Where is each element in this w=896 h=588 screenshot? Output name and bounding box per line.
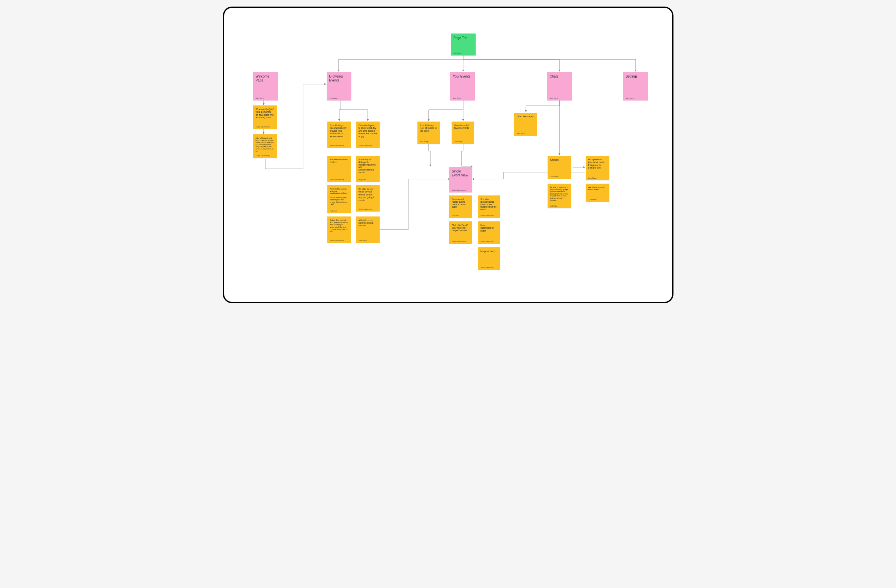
node-saved-events[interactable]: Saved events/ favorite events John Wang: [452, 122, 474, 144]
node-browsing-events[interactable]: Browsing Events John Wang: [327, 72, 351, 100]
node-title: Single Event View: [452, 170, 470, 178]
node-groups[interactable]: Groups John Wang: [548, 156, 571, 179]
node-text: "Personality Quiz" type element to let n…: [256, 108, 274, 119]
node-text: Direct Messages: [517, 115, 535, 118]
node-see-who-saved[interactable]: See what groups/people saved or are regi…: [478, 196, 500, 218]
node-recommend-related[interactable]: Recommend related events below a certain…: [449, 196, 472, 218]
node-text: See what groups/people saved or are regi…: [480, 198, 498, 211]
node-author: Holly Man: [359, 179, 377, 181]
node-author: Holly Man: [330, 210, 348, 212]
node-author: Sasha Stevanovich: [330, 145, 348, 146]
node-author: Sasha Stevanovich: [480, 241, 498, 242]
node-event-history[interactable]: Event History (List of events in the pas…: [418, 122, 440, 144]
node-text: Image of event: [480, 250, 498, 252]
node-author: John Wang: [329, 97, 349, 99]
node-rate-this-event[interactable]: "Rate this Event" tab / view other peopl…: [449, 222, 472, 244]
diagram-frame: Page Tab John Wang Welcome Page John Wan…: [223, 6, 674, 303]
node-your-events[interactable]: Your Events John Wang: [450, 72, 475, 100]
node-title: Browsing Events: [329, 74, 349, 82]
node-title: Chats: [550, 74, 569, 79]
node-author: Sasha Stevanovich: [330, 240, 348, 242]
node-recurring-vs-seasonal[interactable]: Some way to distinguish between recurrin…: [356, 156, 379, 182]
node-author: Sasha Stevanovich: [359, 208, 377, 210]
node-image-of-event[interactable]: Image of event Sasha Stevanovich: [478, 248, 500, 270]
node-author: Sasha Stevanovich: [256, 126, 274, 128]
node-author: John Wang: [454, 53, 473, 54]
node-text: Ability to filter events, and save combi…: [330, 188, 348, 205]
node-title: Your Events: [453, 74, 472, 79]
node-author: John Wang: [550, 176, 568, 178]
node-event-listings[interactable]: Event listings accompanied by images (li…: [328, 122, 351, 148]
node-browse-join-groups[interactable]: Be able to browse and join community gro…: [548, 184, 571, 208]
node-direct-messages[interactable]: Direct Messages John Wang: [514, 113, 537, 136]
node-text: Calendar layout to show what day and tim…: [359, 124, 377, 138]
node-settings[interactable]: Settings John Wang: [623, 72, 648, 100]
node-filter-events[interactable]: Ability to filter events, and save combi…: [328, 185, 351, 213]
node-author: John Wang: [454, 141, 471, 143]
node-text: Have description of event: [480, 224, 498, 232]
node-author: John Wang: [550, 97, 569, 99]
node-title: Settings: [626, 74, 645, 79]
node-author: John Wang: [420, 141, 437, 143]
node-text: Event listings accompanied by images (li…: [330, 124, 348, 138]
node-group-events[interactable]: Group events (see what event this group …: [586, 156, 610, 180]
node-browse-by-library[interactable]: Browse by library feature Sasha Stevanov…: [328, 156, 351, 182]
connector-layer: [224, 8, 672, 302]
node-text: After taking quiz and getting results, s…: [256, 137, 274, 152]
node-author: Sasha Stevanovich: [480, 267, 498, 268]
node-who-is-coming[interactable]: see who is coming to this event John Wan…: [586, 184, 610, 202]
node-text: see who is coming to this event: [588, 186, 607, 191]
node-personality-quiz[interactable]: "Personality Quiz" type element to let n…: [253, 105, 277, 129]
node-text: Both a 'For you' tab and an explore tab …: [330, 219, 348, 233]
node-author: Sasha Stevanovich: [452, 241, 469, 242]
node-text: Be able to browse and join community gro…: [550, 186, 568, 201]
node-for-you-explore[interactable]: Both a 'For you' tab and an explore tab …: [328, 216, 351, 243]
diagram-canvas[interactable]: Page Tab John Wang Welcome Page John Wan…: [224, 8, 672, 302]
node-author: Holly Man: [452, 215, 469, 216]
node-page-tab[interactable]: Page Tab John Wang: [451, 33, 475, 56]
node-title: Welcome Page: [256, 74, 275, 82]
node-author: Sasha Stevanovich: [480, 215, 498, 216]
node-text: Be able to see which of your friends on …: [359, 188, 377, 202]
node-text: Event History (List of events in the pas…: [420, 124, 437, 132]
node-text: Group events (see what event this group …: [588, 158, 607, 170]
node-author: John Wang: [588, 178, 607, 179]
node-single-event-view[interactable]: Single Event View Sasha Stevanovich: [449, 167, 472, 193]
node-author: Sasha Stevanovich: [256, 155, 274, 157]
node-text: "Rate this Event" tab / view other peopl…: [452, 224, 469, 232]
node-text: A liked icon can save the events you lik…: [359, 219, 377, 226]
node-author: John Wang: [453, 97, 472, 99]
node-welcome-page[interactable]: Welcome Page John Wang: [253, 72, 278, 100]
node-text: Recommend related events below a certain…: [452, 198, 469, 208]
node-text: Groups: [550, 158, 568, 162]
node-author: John Wang: [588, 199, 607, 201]
node-author: John Wang: [517, 133, 535, 134]
node-text: Saved events/ favorite events: [454, 124, 471, 130]
node-author: John Wang: [256, 97, 275, 99]
node-friends-going[interactable]: Be able to see which of your friends on …: [356, 185, 379, 211]
node-author: Sasha Stevanovich: [452, 190, 470, 191]
node-author: Sasha Stevanovich: [359, 145, 377, 146]
node-author: Sasha Stevanovich: [330, 179, 348, 181]
node-description[interactable]: Have description of event Sasha Stevanov…: [478, 222, 500, 244]
node-calendar-layout[interactable]: Calendar layout to show what day and tim…: [356, 122, 379, 148]
node-title: Page Tab: [454, 36, 473, 40]
node-author: John Wang: [626, 97, 645, 99]
node-author: Holly Man: [550, 205, 568, 207]
node-quiz-results[interactable]: After taking quiz and getting results, s…: [253, 134, 277, 158]
node-text: Some way to distinguish between recurrin…: [359, 158, 377, 174]
node-text: Browse by library feature: [330, 158, 348, 164]
node-liked-icon-save[interactable]: A liked icon can save the events you lik…: [356, 216, 379, 243]
node-chats[interactable]: Chats John Wang: [547, 72, 572, 100]
node-author: John Wang: [359, 240, 377, 242]
